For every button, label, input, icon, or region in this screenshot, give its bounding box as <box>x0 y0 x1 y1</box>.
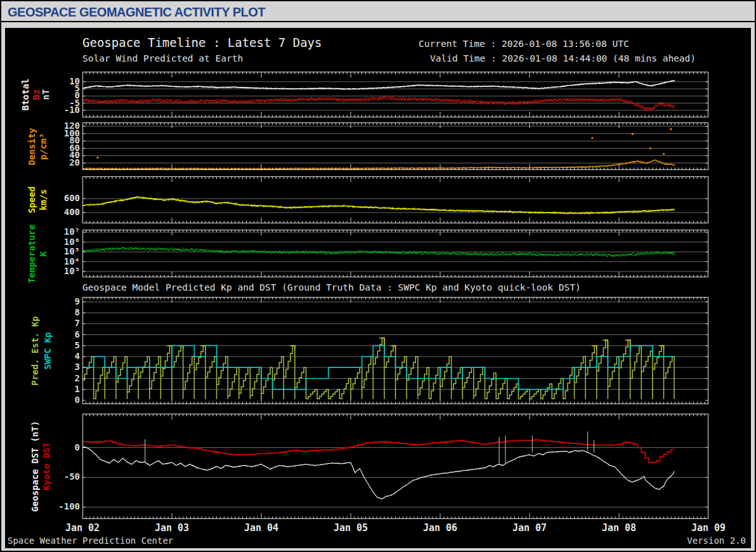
x-tick-label-4: Jan 06 <box>423 522 457 534</box>
y-tick-kp-1: 1 <box>51 385 80 393</box>
y-tick-temperature-10⁴: 10⁴ <box>51 258 80 266</box>
solar-wind-subtitle: Solar Wind Predicted at Earth <box>82 53 243 63</box>
y-tick-dst--100: -100 <box>51 503 80 511</box>
y-axis-label-dst-1: Kyoto DST <box>41 442 51 490</box>
y-tick-kp-5: 5 <box>51 341 80 350</box>
y-axis-label-temperature-0: Temperature <box>27 224 37 283</box>
x-tick-label-7: Jan 09 <box>691 522 726 534</box>
y-axis-label-speed-1: km/s <box>38 189 48 211</box>
valid-time-label: Valid Time : 2026-01-08 14:44:00 (48 min… <box>430 53 696 63</box>
y-tick-kp-8: 8 <box>51 308 80 317</box>
y-tick-kp-6: 6 <box>51 331 80 339</box>
x-tick-label-6: Jan 08 <box>602 522 636 534</box>
plot-title: Geospace Timeline : Latest 7 Days <box>82 36 322 49</box>
y-axis-label-temperature-1: K <box>38 251 48 256</box>
y-axis-label-density-0: Density <box>27 128 37 165</box>
x-tick-label-5: Jan 07 <box>512 522 547 534</box>
page-title: GEOSPACE GEOMAGNETIC ACTIVITY PLOT <box>8 5 265 20</box>
geospace-activity-page: GEOSPACE GEOMAGNETIC ACTIVITY PLOT Geosp… <box>0 0 756 552</box>
y-axis-label-dst-0: Geospace DST (nT) <box>30 421 40 511</box>
y-tick-density-20: 20 <box>51 159 80 167</box>
y-tick-kp-0: 0 <box>51 396 80 404</box>
y-tick-speed-600: 600 <box>51 194 80 202</box>
panel-kp-canvas <box>82 297 708 404</box>
y-axis-label-speed-0: Speed <box>27 187 37 213</box>
x-tick-label-3: Jan 05 <box>334 522 368 534</box>
panel-density-canvas <box>82 122 708 170</box>
geospace-timeline-plot: Geospace Timeline : Latest 7 Days Curren… <box>5 28 751 548</box>
y-tick-temperature-10⁷: 10⁷ <box>51 228 80 236</box>
y-tick-kp-3: 3 <box>51 363 80 371</box>
y-tick-dst-0: 0 <box>51 444 80 452</box>
y-tick-temperature-10⁶: 10⁶ <box>51 238 80 246</box>
y-tick-bfield--10: -10 <box>51 106 80 114</box>
panel-temperature-canvas <box>82 230 708 277</box>
footer-credit: Space Weather Prediction Center <box>8 536 173 546</box>
y-tick-temperature-10³: 10³ <box>51 267 80 275</box>
panel-dst-canvas <box>82 414 708 519</box>
y-axis-label-bfield-1: Bz <box>31 89 41 100</box>
y-tick-temperature-10⁵: 10⁵ <box>51 247 80 256</box>
footer-version: Version 2.0 <box>687 536 746 546</box>
panel-bfield-canvas <box>82 72 708 117</box>
header-divider <box>1 21 755 22</box>
y-tick-dst--50: -50 <box>51 473 80 481</box>
current-time-label: Current Time : 2026-01-08 13:56:08 UTC <box>419 39 629 49</box>
x-tick-label-1: Jan 03 <box>155 522 189 534</box>
y-axis-label-bfield-0: Btotal <box>20 79 30 111</box>
y-axis-label-bfield-2: nT <box>41 89 51 100</box>
panel-speed-canvas <box>82 176 708 223</box>
y-axis-label-density-1: p/cm³ <box>38 133 48 159</box>
y-tick-kp-4: 4 <box>51 352 80 360</box>
y-tick-kp-2: 2 <box>51 374 80 383</box>
y-axis-label-kp-1: SWPC Kp <box>42 332 53 369</box>
x-tick-label-2: Jan 04 <box>244 522 278 534</box>
x-tick-label-0: Jan 02 <box>65 522 100 534</box>
y-tick-kp-9: 9 <box>51 298 80 306</box>
y-tick-speed-400: 400 <box>51 208 80 216</box>
y-axis-label-kp-0: Pred. Est. Kp <box>30 316 40 386</box>
y-tick-kp-7: 7 <box>51 319 80 327</box>
kp-dst-section-title: Geospace Model Predicted Kp and DST (Gro… <box>82 282 581 292</box>
